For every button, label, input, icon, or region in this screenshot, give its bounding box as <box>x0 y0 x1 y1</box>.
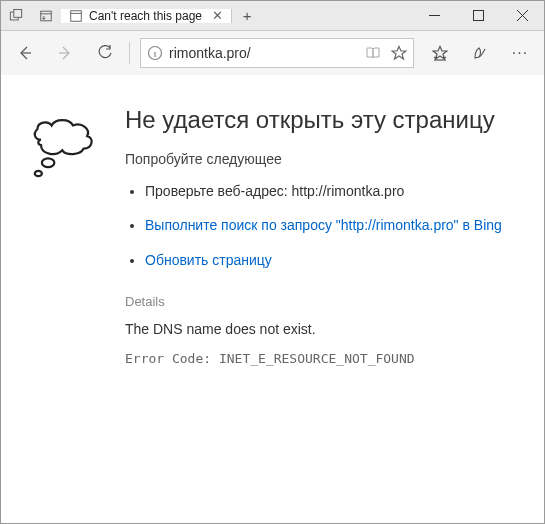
check-url: http://rimontka.pro <box>292 183 405 199</box>
browser-tab[interactable]: Can't reach this page ✕ <box>61 9 232 23</box>
browser-window: Can't reach this page ✕ + <box>0 0 545 524</box>
svg-rect-1 <box>14 9 22 17</box>
more-icon: ··· <box>512 44 528 62</box>
suggestion-check-address: Проверьте веб-адрес: http://rimontka.pro <box>145 181 520 201</box>
favorite-star-icon[interactable] <box>391 45 407 61</box>
svg-rect-7 <box>473 11 483 21</box>
forward-button[interactable] <box>47 35 83 71</box>
refresh-page-link[interactable]: Обновить страницу <box>145 252 272 268</box>
thought-cloud-icon <box>25 113 105 193</box>
try-label: Попробуйте следующее <box>125 151 520 167</box>
details-heading: Details <box>125 294 520 309</box>
error-code-line: Error Code: INET_E_RESOURCE_NOT_FOUND <box>125 351 520 366</box>
tab-title: Can't reach this page <box>89 9 202 23</box>
suggestion-search: Выполните поиск по запросу "http://rimon… <box>145 215 520 235</box>
favorites-hub-button[interactable] <box>422 35 458 71</box>
svg-rect-2 <box>41 11 52 21</box>
tab-actions-button[interactable] <box>1 9 31 23</box>
titlebar-left: Can't reach this page ✕ + <box>1 1 262 30</box>
error-illustration <box>25 105 125 513</box>
details-message: The DNS name does not exist. <box>125 321 520 337</box>
minimize-button[interactable] <box>412 1 456 30</box>
refresh-button[interactable] <box>87 35 123 71</box>
suggestions-list: Проверьте веб-адрес: http://rimontka.pro… <box>125 181 520 270</box>
toolbar-separator <box>129 42 130 64</box>
close-window-button[interactable] <box>500 1 544 30</box>
more-menu-button[interactable]: ··· <box>502 35 538 71</box>
address-actions <box>365 45 407 61</box>
search-bing-link[interactable]: Выполните поиск по запросу "http://rimon… <box>145 217 502 233</box>
site-info-icon[interactable] <box>147 45 163 61</box>
tab-close-button[interactable]: ✕ <box>212 9 223 22</box>
suggestion-refresh: Обновить страницу <box>145 250 520 270</box>
error-code-label: Error Code: <box>125 351 219 366</box>
reading-view-icon[interactable] <box>365 45 381 61</box>
titlebar-spacer <box>262 1 412 30</box>
new-tab-button[interactable]: + <box>232 7 262 24</box>
error-heading: Не удается открыть эту страницу <box>125 105 520 135</box>
address-bar[interactable]: rimontka.pro/ <box>140 38 414 68</box>
titlebar: Can't reach this page ✕ + <box>1 1 544 31</box>
window-controls <box>412 1 544 30</box>
page-icon <box>69 9 83 23</box>
toolbar: rimontka.pro/ ··· <box>1 31 544 75</box>
maximize-button[interactable] <box>456 1 500 30</box>
set-aside-tabs-button[interactable] <box>31 9 61 23</box>
back-button[interactable] <box>7 35 43 71</box>
url-text[interactable]: rimontka.pro/ <box>169 45 359 61</box>
web-notes-button[interactable] <box>462 35 498 71</box>
svg-point-19 <box>35 171 42 176</box>
page-content: Не удается открыть эту страницу Попробуй… <box>1 75 544 523</box>
error-body: Не удается открыть эту страницу Попробуй… <box>125 105 520 513</box>
svg-rect-4 <box>71 10 82 21</box>
svg-point-18 <box>42 158 54 167</box>
error-code-value: INET_E_RESOURCE_NOT_FOUND <box>219 351 415 366</box>
check-prefix: Проверьте веб-адрес: <box>145 183 292 199</box>
